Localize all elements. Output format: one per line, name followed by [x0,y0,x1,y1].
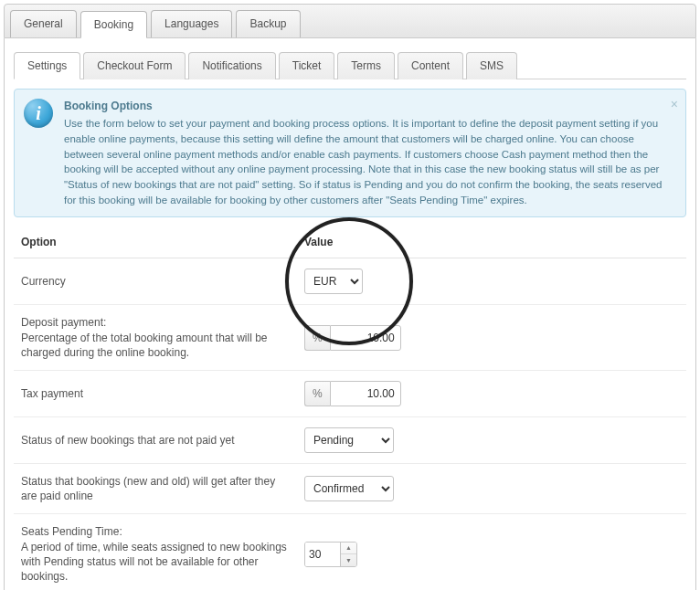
pending-time-label: Seats Pending Time: A period of time, wh… [14,514,297,590]
header-value: Value [297,227,686,258]
tab-notifications[interactable]: Notifications [188,52,275,79]
info-title: Booking Options [64,99,665,114]
secondary-tabs: Settings Checkout Form Notifications Tic… [14,51,686,79]
tab-backup[interactable]: Backup [236,10,300,37]
pending-time-spinner[interactable]: ▲ ▼ [304,542,357,567]
booking-panel: Settings Checkout Form Notifications Tic… [4,38,696,590]
table-row: Status that bookings (new and old) will … [14,463,686,513]
info-box: i Booking Options Use the form below to … [14,89,686,217]
tab-general[interactable]: General [10,10,77,37]
tab-sms[interactable]: SMS [466,52,517,79]
table-row: Seats Pending Time: A period of time, wh… [14,514,686,590]
info-icon: i [24,99,53,128]
pending-time-input[interactable] [305,543,340,566]
percent-addon: % [304,325,330,351]
chevron-up-icon[interactable]: ▲ [341,543,356,555]
tab-content[interactable]: Content [398,52,463,79]
status-unpaid-select[interactable]: Pending [304,427,394,453]
page-root: General Booking Languages Backup Setting… [0,4,700,590]
chevron-down-icon[interactable]: ▼ [341,554,356,566]
header-option: Option [14,227,297,258]
status-paid-select[interactable]: Confirmed [304,476,394,501]
options-table: Option Value Currency EUR Deposit paymen… [14,227,686,590]
tab-settings[interactable]: Settings [14,52,80,79]
info-text: Booking Options Use the form below to se… [64,99,665,207]
table-row: Currency EUR [14,258,686,305]
status-paid-label: Status that bookings (new and old) will … [14,463,297,513]
tab-languages[interactable]: Languages [151,10,232,37]
tax-input[interactable] [330,381,401,406]
percent-addon: % [304,381,330,406]
currency-label: Currency [14,258,297,305]
currency-select[interactable]: EUR [304,269,363,294]
tab-ticket[interactable]: Ticket [279,52,335,79]
tax-label: Tax payment [14,370,297,416]
primary-tabs: General Booking Languages Backup [4,4,696,38]
info-body: Use the form below to set your payment a… [64,118,662,205]
table-row: Status of new bookings that are not paid… [14,416,686,463]
tab-terms[interactable]: Terms [337,52,395,79]
tab-checkout-form[interactable]: Checkout Form [83,52,186,79]
deposit-label: Deposit payment: Percentage of the total… [14,305,297,371]
close-icon[interactable]: × [671,95,678,113]
status-unpaid-label: Status of new bookings that are not paid… [14,416,297,463]
table-row: Deposit payment: Percentage of the total… [14,305,686,371]
table-row: Tax payment % [14,370,686,416]
deposit-input[interactable] [330,325,401,351]
tab-booking[interactable]: Booking [80,11,147,38]
